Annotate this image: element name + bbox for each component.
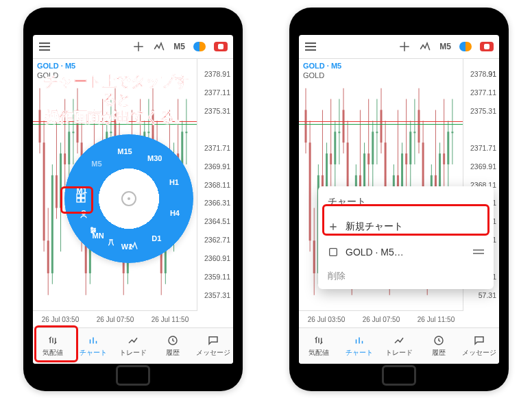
new-chart-button[interactable]: 新規チャート bbox=[318, 214, 494, 240]
svg-rect-152 bbox=[451, 132, 453, 133]
new-order-icon[interactable] bbox=[480, 42, 494, 51]
history-icon bbox=[166, 334, 180, 347]
indicator-icon[interactable] bbox=[153, 40, 165, 53]
svg-rect-112 bbox=[367, 153, 370, 164]
chart-area[interactable]: GOLD · M5 GOLD 2373.38 2378.912377.11237… bbox=[33, 59, 233, 329]
svg-rect-114 bbox=[372, 132, 374, 164]
theme-toggle-icon[interactable] bbox=[459, 42, 472, 51]
chart-item-label: GOLD · M5… bbox=[346, 247, 404, 258]
x-tick: 26 Jul 11:50 bbox=[152, 316, 189, 323]
svg-rect-82 bbox=[305, 110, 307, 142]
y-tick: 2360.91 bbox=[204, 254, 230, 262]
crosshair-icon[interactable] bbox=[398, 40, 411, 53]
popup-title: チャート bbox=[318, 192, 494, 214]
y-tick: 2369.91 bbox=[470, 162, 496, 171]
tab-history[interactable]: 履歴 bbox=[153, 328, 193, 364]
radial-tf-h4[interactable]: H4 bbox=[170, 209, 180, 217]
svg-rect-86 bbox=[313, 240, 315, 273]
svg-rect-11 bbox=[60, 153, 62, 208]
y-tick: 2375.31 bbox=[204, 107, 230, 115]
timeframe-label[interactable]: M5 bbox=[173, 42, 185, 51]
radial-tf-d1[interactable]: D1 bbox=[152, 234, 161, 242]
tab-quotes[interactable]: 気配値 bbox=[299, 328, 339, 364]
chart-area[interactable]: GOLD · M5 GOLD 2373.35 2378.912377.11237… bbox=[299, 59, 499, 329]
radial-menu[interactable]: M1M5M15M30H1H4D1W1MN bbox=[64, 134, 193, 263]
radial-indicator-icon[interactable] bbox=[128, 240, 138, 253]
tab-message[interactable]: メッセージ bbox=[459, 328, 499, 364]
tab-message[interactable]: メッセージ bbox=[193, 328, 233, 364]
menu-icon[interactable] bbox=[304, 40, 317, 53]
x-tick: 26 Jul 03:50 bbox=[42, 316, 80, 323]
tab-history[interactable]: 履歴 bbox=[419, 328, 459, 364]
phone-left: M5 GOLD · M5 GOLD 2373.38 2378.912377.11… bbox=[23, 8, 243, 391]
x-tick: 26 Jul 07:50 bbox=[363, 316, 400, 323]
svg-rect-134 bbox=[413, 132, 415, 133]
screen-right: M5 GOLD · M5 GOLD 2373.35 2378.912377.11… bbox=[299, 35, 499, 364]
new-chart-label: 新規チャート bbox=[346, 221, 403, 233]
radial-tf-m15[interactable]: M15 bbox=[117, 147, 132, 156]
svg-rect-96 bbox=[334, 132, 336, 164]
home-button[interactable] bbox=[382, 365, 416, 386]
svg-rect-71 bbox=[185, 132, 187, 133]
svg-rect-130 bbox=[405, 153, 407, 164]
svg-rect-116 bbox=[376, 132, 378, 133]
svg-rect-17 bbox=[72, 132, 74, 133]
svg-rect-118 bbox=[380, 110, 383, 142]
svg-rect-94 bbox=[330, 153, 332, 164]
radial-windows-icon[interactable] bbox=[75, 192, 86, 205]
trade-icon bbox=[126, 334, 140, 347]
theme-toggle-icon[interactable] bbox=[193, 42, 206, 51]
svg-rect-72 bbox=[77, 194, 80, 197]
tab-label: トレード bbox=[385, 348, 413, 358]
chart-list-item[interactable]: GOLD · M5… bbox=[318, 240, 494, 264]
tab-label: チャート bbox=[346, 348, 373, 358]
indicator-icon[interactable] bbox=[419, 40, 431, 53]
svg-rect-53 bbox=[147, 132, 149, 133]
tab-label: メッセージ bbox=[196, 348, 230, 358]
drag-handle-icon[interactable] bbox=[473, 249, 484, 254]
popup-delete-label[interactable]: 削除 bbox=[318, 264, 494, 285]
radial-tf-h1[interactable]: H1 bbox=[169, 178, 179, 186]
home-button[interactable] bbox=[116, 365, 150, 386]
y-tick: 2368.11 bbox=[204, 181, 230, 189]
radial-function-icon[interactable] bbox=[106, 237, 117, 249]
bottom-nav: 気配値チャートトレード履歴メッセージ bbox=[33, 327, 233, 364]
svg-rect-73 bbox=[82, 194, 85, 197]
message-icon bbox=[472, 334, 486, 347]
y-tick: 2359.11 bbox=[204, 273, 230, 281]
radial-tf-m30[interactable]: M30 bbox=[147, 154, 162, 162]
tab-trade[interactable]: トレード bbox=[379, 328, 419, 364]
tab-chart[interactable]: チャート bbox=[73, 328, 112, 364]
chart-icon bbox=[352, 334, 366, 347]
svg-rect-132 bbox=[409, 132, 411, 164]
y-tick: 2375.31 bbox=[470, 107, 496, 115]
svg-rect-74 bbox=[77, 199, 80, 202]
timeframe-label[interactable]: M5 bbox=[439, 42, 451, 51]
radial-tf-m5[interactable]: M5 bbox=[91, 160, 101, 168]
chart-popup: チャート 新規チャート GOLD · M5… 削除 bbox=[318, 186, 494, 289]
svg-rect-148 bbox=[443, 153, 445, 164]
crosshair-icon[interactable] bbox=[132, 40, 145, 53]
quotes-icon bbox=[312, 334, 326, 347]
y-tick: 57.31 bbox=[479, 291, 496, 299]
tab-quotes[interactable]: 気配値 bbox=[33, 328, 73, 364]
tab-trade[interactable]: トレード bbox=[113, 328, 153, 364]
svg-rect-100 bbox=[343, 110, 345, 142]
svg-rect-9 bbox=[56, 175, 58, 208]
x-axis: 26 Jul 03:5026 Jul 07:5026 Jul 11:50 bbox=[33, 310, 197, 329]
svg-rect-3 bbox=[43, 142, 45, 240]
svg-rect-75 bbox=[82, 199, 85, 202]
svg-rect-5 bbox=[47, 240, 49, 273]
new-order-icon[interactable] bbox=[214, 42, 228, 51]
y-tick: 2364.51 bbox=[204, 217, 230, 225]
radial-object-icon[interactable] bbox=[78, 209, 89, 221]
svg-rect-136 bbox=[418, 110, 420, 142]
radial-center-icon[interactable] bbox=[121, 191, 136, 206]
menu-icon[interactable] bbox=[38, 40, 51, 53]
topbar: M5 bbox=[299, 35, 499, 59]
radial-settings-icon[interactable] bbox=[88, 225, 99, 237]
y-tick: 2377.11 bbox=[204, 88, 230, 97]
x-tick: 26 Jul 11:50 bbox=[418, 316, 455, 323]
tab-chart[interactable]: チャート bbox=[339, 328, 378, 364]
tab-label: 履歴 bbox=[166, 348, 180, 358]
